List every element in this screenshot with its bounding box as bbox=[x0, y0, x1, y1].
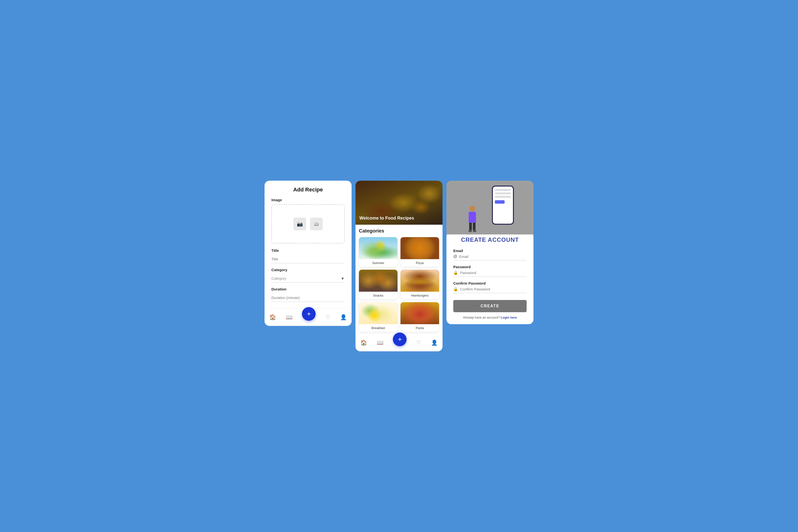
category-card-pizza[interactable]: Pizza bbox=[400, 237, 439, 267]
home-nav-icon[interactable]: 🏠 bbox=[269, 314, 276, 321]
create-account-title: CREATE ACCOUNT bbox=[453, 236, 527, 243]
category-card-breakfast[interactable]: Breakfast bbox=[359, 302, 398, 332]
category-label: Category bbox=[271, 268, 345, 272]
confirm-password-label: Confirm Password bbox=[453, 281, 527, 285]
category-name-breakfast: Breakfast bbox=[359, 324, 398, 332]
heart-nav-icon[interactable]: ♡ bbox=[325, 314, 330, 321]
breakfast-food-image bbox=[359, 302, 398, 324]
snacks-food-image bbox=[359, 270, 398, 292]
add-recipe-screen: Add Recipe Image 📷 🗂 Title Category bbox=[265, 181, 352, 326]
phone-line-3 bbox=[495, 196, 511, 198]
char-leg-left bbox=[469, 223, 472, 230]
login-here-link[interactable]: Login here bbox=[501, 316, 517, 319]
add-fab-button[interactable]: + bbox=[302, 307, 316, 321]
category-card-pasta[interactable]: Pasta bbox=[400, 302, 439, 332]
password-group: Password 🔒 bbox=[453, 265, 527, 277]
category-select-wrapper: Category ▾ bbox=[271, 274, 345, 283]
summer-food-image bbox=[359, 237, 398, 259]
create-button[interactable]: CREATE bbox=[453, 300, 527, 312]
password-input[interactable] bbox=[460, 271, 527, 275]
create-account-screen: CREATE ACCOUNT Email @ Password 🔒 Conf bbox=[446, 181, 533, 324]
duration-label: Duration bbox=[271, 287, 345, 291]
category-card-snacks[interactable]: Snacks bbox=[359, 270, 398, 299]
confirm-password-group: Confirm Password 🔒 bbox=[453, 281, 527, 293]
account-form-area: CREATE ACCOUNT Email @ Password 🔒 Conf bbox=[446, 230, 533, 324]
add-fab-button-2[interactable]: + bbox=[393, 332, 406, 346]
illustration-area bbox=[446, 181, 533, 234]
image-label: Image bbox=[271, 198, 345, 202]
pizza-food-image bbox=[400, 237, 439, 259]
heart-nav-icon-2[interactable]: ♡ bbox=[416, 340, 421, 346]
book-nav-icon-2[interactable]: 📖 bbox=[377, 340, 383, 346]
at-icon: @ bbox=[453, 254, 457, 259]
profile-nav-icon-2[interactable]: 👤 bbox=[431, 340, 438, 346]
category-name-snacks: Snacks bbox=[359, 292, 398, 299]
categories-grid: Summer Pizza Snacks Hamburgers Breakfast bbox=[359, 237, 439, 332]
home-nav-icon-2[interactable]: 🏠 bbox=[360, 340, 367, 346]
title-field: Title bbox=[271, 248, 345, 263]
char-feet bbox=[469, 230, 476, 232]
email-group: Email @ bbox=[453, 249, 527, 260]
food-recipes-screen: Welcome to Food Recipes Categories Summe… bbox=[356, 181, 442, 351]
char-foot-left bbox=[469, 230, 472, 232]
profile-nav-icon[interactable]: 👤 bbox=[340, 314, 347, 321]
password-input-row: 🔒 bbox=[453, 270, 527, 277]
category-name-pasta: Pasta bbox=[400, 324, 439, 332]
category-select[interactable]: Category bbox=[271, 274, 345, 283]
image-upload-box[interactable]: 📷 🗂 bbox=[271, 204, 345, 244]
char-body bbox=[469, 212, 476, 223]
camera-button[interactable]: 📷 bbox=[293, 217, 306, 230]
pasta-food-image bbox=[400, 302, 439, 324]
categories-title: Categories bbox=[359, 228, 439, 234]
already-account-text: Already have an account? bbox=[463, 316, 500, 319]
bottom-nav-2: 🏠 📖 + ♡ 👤 bbox=[356, 334, 442, 351]
category-card-summer[interactable]: Summer bbox=[359, 237, 398, 267]
char-legs bbox=[469, 223, 476, 230]
category-name-pizza: Pizza bbox=[400, 259, 439, 267]
screens-container: Add Recipe Image 📷 🗂 Title Category bbox=[265, 181, 533, 351]
email-input-row: @ bbox=[453, 254, 527, 260]
hero-banner: Welcome to Food Recipes bbox=[356, 181, 442, 225]
char-head bbox=[470, 206, 475, 211]
char-leg-right bbox=[473, 223, 476, 230]
phone-mockup bbox=[492, 186, 514, 225]
bottom-nav-1: 🏠 📖 + ♡ 👤 bbox=[265, 308, 352, 326]
confirm-lock-icon: 🔒 bbox=[453, 287, 458, 291]
phone-line-1 bbox=[495, 189, 511, 191]
duration-field: Duration bbox=[271, 287, 345, 302]
email-input[interactable] bbox=[459, 254, 527, 259]
title-input[interactable] bbox=[271, 255, 345, 263]
screen1-title: Add Recipe bbox=[271, 187, 345, 193]
confirm-input-row: 🔒 bbox=[453, 287, 527, 293]
lock-icon: 🔒 bbox=[453, 270, 458, 275]
email-label: Email bbox=[453, 249, 527, 253]
character-illustration bbox=[469, 206, 476, 232]
image-field: Image 📷 🗂 bbox=[271, 198, 345, 244]
duration-input[interactable] bbox=[271, 293, 345, 302]
password-label: Password bbox=[453, 265, 527, 269]
phone-screen-btn bbox=[495, 200, 505, 204]
title-label: Title bbox=[271, 248, 345, 252]
category-field: Category Category ▾ bbox=[271, 268, 345, 283]
confirm-password-input[interactable] bbox=[460, 287, 527, 291]
login-text: Already have an account? Login here bbox=[453, 316, 527, 319]
hamburgers-food-image bbox=[400, 270, 439, 292]
hero-title: Welcome to Food Recipes bbox=[359, 216, 414, 221]
char-foot-right bbox=[473, 230, 476, 232]
category-name-summer: Summer bbox=[359, 259, 398, 267]
phone-line-2 bbox=[495, 192, 511, 194]
folder-button[interactable]: 🗂 bbox=[310, 217, 323, 230]
category-name-hamburgers: Hamburgers bbox=[400, 292, 439, 299]
book-nav-icon[interactable]: 📖 bbox=[286, 314, 292, 321]
category-card-hamburgers[interactable]: Hamburgers bbox=[400, 270, 439, 299]
